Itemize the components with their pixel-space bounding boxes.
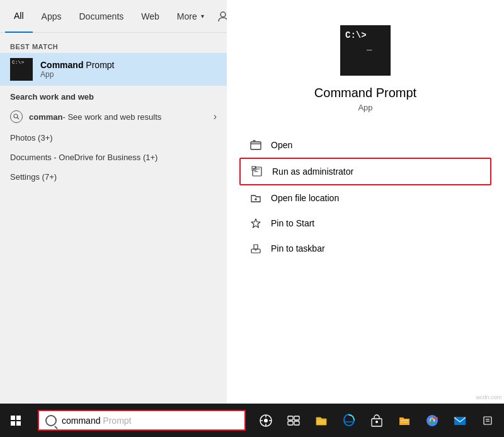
search-typed-text: command xyxy=(62,416,100,426)
svg-rect-21 xyxy=(294,416,299,420)
file-explorer-button[interactable] xyxy=(309,408,334,433)
search-circle-icon xyxy=(10,110,23,123)
tab-web[interactable]: Web xyxy=(132,0,168,33)
action-pin-start[interactable]: Pin to Start xyxy=(239,211,491,236)
svg-rect-26 xyxy=(401,420,408,421)
search-placeholder-text: Prompt xyxy=(100,416,131,426)
edge-browser-button[interactable] xyxy=(336,408,362,433)
svg-line-2 xyxy=(18,118,20,120)
best-match-name: Command Prompt xyxy=(40,60,217,70)
action-pin-taskbar[interactable]: Pin to taskbar xyxy=(239,236,491,261)
action-open[interactable]: Open xyxy=(239,132,491,158)
pin-start-label: Pin to Start xyxy=(271,218,314,228)
store-button[interactable] xyxy=(364,408,389,433)
tab-documents[interactable]: Documents xyxy=(70,0,132,33)
chrome-button[interactable] xyxy=(420,408,445,433)
taskbar-input-display: command Prompt xyxy=(62,416,131,426)
svg-rect-32 xyxy=(484,417,491,424)
open-location-label: Open file location xyxy=(271,193,339,203)
taskbar: command Prompt xyxy=(0,404,504,437)
web-search-item[interactable]: comman- See work and web results › xyxy=(0,105,227,128)
open-icon xyxy=(249,139,262,151)
folder-icon xyxy=(249,192,262,204)
virtual-desktop-button[interactable] xyxy=(281,408,306,433)
watermark: wcdn.com xyxy=(476,394,501,400)
right-panel: Command Prompt App Open xyxy=(227,0,504,404)
svg-rect-22 xyxy=(288,421,293,425)
svg-rect-12 xyxy=(11,421,15,426)
app-subtitle: App xyxy=(358,103,372,112)
pin-taskbar-label: Pin to taskbar xyxy=(271,243,325,253)
pin-start-icon xyxy=(249,217,262,230)
arrow-right-icon: › xyxy=(214,111,217,122)
svg-rect-3 xyxy=(251,142,261,149)
start-button[interactable] xyxy=(0,404,32,437)
action-list: Open Run as administrator xyxy=(227,132,504,261)
svg-point-15 xyxy=(264,419,268,422)
search-work-web-label: Search work and web xyxy=(0,88,227,105)
best-match-item[interactable]: Command Prompt App xyxy=(0,53,227,86)
tabs-bar: All Apps Documents Web More ▾ ··· xyxy=(0,0,227,33)
taskbar-icons xyxy=(253,408,500,433)
results-area: Best match Command Prompt App Search wor… xyxy=(0,33,227,404)
svg-point-0 xyxy=(220,12,226,17)
tab-more[interactable]: More ▾ xyxy=(168,0,213,33)
app-icon-large xyxy=(340,25,391,76)
open-label: Open xyxy=(271,140,292,150)
category-settings[interactable]: Settings (7+) xyxy=(0,167,227,187)
taskbar-search-icon xyxy=(45,415,57,426)
task-view-button[interactable] xyxy=(253,408,278,433)
svg-rect-11 xyxy=(16,416,21,420)
svg-rect-23 xyxy=(294,421,299,425)
app-title: Command Prompt xyxy=(314,86,416,100)
run-admin-label: Run as administrator xyxy=(272,166,353,177)
svg-rect-31 xyxy=(454,417,466,425)
tab-apps[interactable]: Apps xyxy=(33,0,71,33)
pin-taskbar-icon xyxy=(249,242,262,255)
best-match-info: Command Prompt App xyxy=(40,60,217,79)
tab-all[interactable]: All xyxy=(5,0,33,33)
files-button[interactable] xyxy=(392,408,417,433)
svg-point-25 xyxy=(375,421,378,423)
best-match-type: App xyxy=(40,70,217,79)
svg-rect-27 xyxy=(401,422,408,422)
svg-rect-13 xyxy=(16,421,21,426)
svg-rect-5 xyxy=(252,166,256,170)
chevron-down-icon: ▾ xyxy=(201,13,204,20)
action-open-location[interactable]: Open file location xyxy=(239,185,491,211)
taskbar-search-box[interactable]: command Prompt xyxy=(38,410,246,431)
more-taskbar-items[interactable] xyxy=(475,408,500,433)
admin-icon xyxy=(251,165,263,178)
cmd-icon-small xyxy=(10,58,33,81)
svg-point-1 xyxy=(14,114,18,118)
category-documents[interactable]: Documents - OneDrive for Business (1+) xyxy=(0,148,227,167)
best-match-label: Best match xyxy=(0,38,227,53)
svg-rect-20 xyxy=(288,416,293,420)
search-panel: All Apps Documents Web More ▾ ··· xyxy=(0,0,227,404)
mail-button[interactable] xyxy=(447,408,472,433)
svg-rect-10 xyxy=(11,416,15,420)
svg-point-30 xyxy=(431,419,434,422)
action-run-admin[interactable]: Run as administrator xyxy=(239,158,491,185)
web-search-text: comman- See work and web results xyxy=(29,112,161,122)
category-photos[interactable]: Photos (3+) xyxy=(0,128,227,148)
